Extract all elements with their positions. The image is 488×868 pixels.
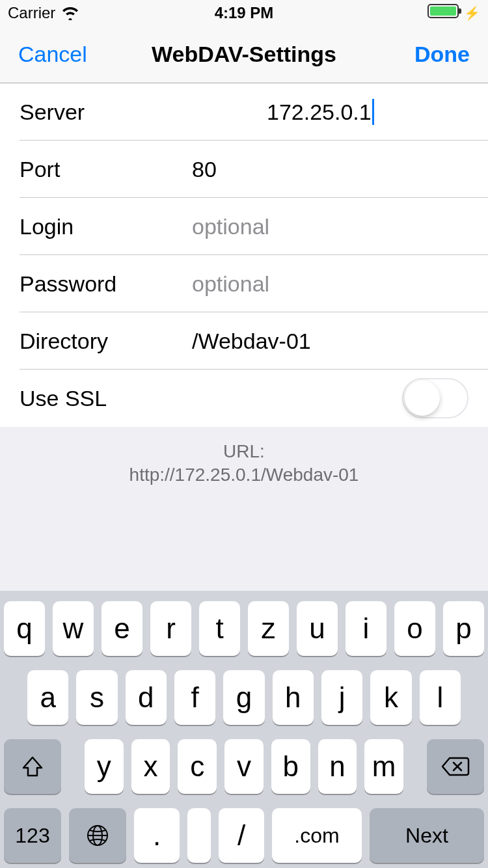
nav-bar: Cancel WebDAV-Settings Done: [0, 26, 488, 83]
key-y[interactable]: y: [85, 739, 124, 794]
key-w[interactable]: w: [53, 601, 94, 656]
key-shift[interactable]: [4, 739, 61, 794]
key-r[interactable]: r: [150, 601, 191, 656]
key-f[interactable]: f: [174, 670, 215, 725]
key-backspace[interactable]: [427, 739, 484, 794]
settings-form: Server 172.25.0.1 Port Login Password Di…: [0, 83, 488, 427]
key-e[interactable]: e: [102, 601, 142, 656]
login-label: Login: [20, 214, 192, 239]
directory-row[interactable]: Directory: [0, 312, 488, 370]
password-row[interactable]: Password: [0, 255, 488, 312]
url-label: URL:: [20, 440, 468, 463]
key-q[interactable]: q: [4, 601, 45, 656]
key-123[interactable]: 123: [4, 808, 61, 863]
login-row[interactable]: Login: [0, 198, 488, 255]
done-button[interactable]: Done: [414, 42, 470, 67]
charging-icon: ⚡: [464, 5, 480, 21]
ssl-label: Use SSL: [20, 386, 402, 411]
key-x[interactable]: x: [131, 739, 170, 794]
status-left: Carrier: [8, 4, 80, 22]
key-m[interactable]: m: [364, 739, 403, 794]
server-row[interactable]: Server 172.25.0.1: [0, 83, 488, 141]
key-globe[interactable]: [69, 808, 126, 863]
port-label: Port: [20, 157, 192, 182]
login-input[interactable]: [192, 214, 468, 239]
key-com[interactable]: .com: [272, 808, 362, 863]
directory-label: Directory: [20, 329, 192, 354]
keyboard: q w e r t z u i o p a s d f g h j k l y …: [0, 591, 488, 868]
server-value: 172.25.0.1: [267, 100, 372, 125]
key-next[interactable]: Next: [370, 808, 484, 863]
key-s[interactable]: s: [76, 670, 117, 725]
ssl-toggle[interactable]: [402, 378, 468, 418]
key-g[interactable]: g: [223, 670, 264, 725]
key-j[interactable]: j: [321, 670, 362, 725]
keyboard-row-2: a s d f g h j k l: [4, 670, 484, 725]
key-dot[interactable]: .: [134, 808, 180, 863]
key-n[interactable]: n: [318, 739, 357, 794]
url-value: http://172.25.0.1/Webdav-01: [20, 463, 468, 487]
ssl-row: Use SSL: [0, 370, 488, 427]
key-space[interactable]: [187, 808, 211, 863]
keyboard-row-1: q w e r t z u i o p: [4, 601, 484, 656]
toggle-knob: [405, 381, 440, 416]
port-input[interactable]: [192, 157, 468, 182]
key-a[interactable]: a: [27, 670, 68, 725]
directory-input[interactable]: [192, 329, 468, 354]
shift-icon: [20, 753, 46, 780]
backspace-icon: [441, 755, 470, 778]
page-title: WebDAV-Settings: [152, 42, 336, 67]
url-footer: URL: http://172.25.0.1/Webdav-01: [0, 427, 488, 500]
text-cursor: [372, 99, 374, 125]
globe-icon: [85, 822, 111, 848]
key-z[interactable]: z: [248, 601, 289, 656]
server-input[interactable]: 172.25.0.1: [267, 99, 468, 125]
key-b[interactable]: b: [271, 739, 310, 794]
key-h[interactable]: h: [273, 670, 314, 725]
password-label: Password: [20, 271, 192, 297]
key-l[interactable]: l: [420, 670, 461, 725]
keyboard-row-3: y x c v b n m: [4, 739, 484, 794]
key-slash[interactable]: /: [219, 808, 264, 863]
key-t[interactable]: t: [199, 601, 240, 656]
key-d[interactable]: d: [126, 670, 167, 725]
key-o[interactable]: o: [394, 601, 435, 656]
key-p[interactable]: p: [443, 601, 484, 656]
port-row[interactable]: Port: [0, 141, 488, 198]
server-label: Server: [20, 100, 267, 125]
password-input[interactable]: [192, 271, 468, 297]
carrier-label: Carrier: [8, 4, 55, 22]
status-time: 4:19 PM: [215, 4, 274, 22]
key-v[interactable]: v: [224, 739, 264, 794]
status-right: ⚡: [427, 4, 480, 22]
key-k[interactable]: k: [370, 670, 411, 725]
key-u[interactable]: u: [297, 601, 338, 656]
status-bar: Carrier 4:19 PM ⚡: [0, 0, 488, 26]
keyboard-row-4: 123 . / .com Next: [4, 808, 484, 863]
battery-icon: [427, 4, 459, 22]
cancel-button[interactable]: Cancel: [18, 42, 87, 67]
key-i[interactable]: i: [346, 601, 386, 656]
wifi-icon: [61, 6, 80, 20]
key-c[interactable]: c: [178, 739, 217, 794]
